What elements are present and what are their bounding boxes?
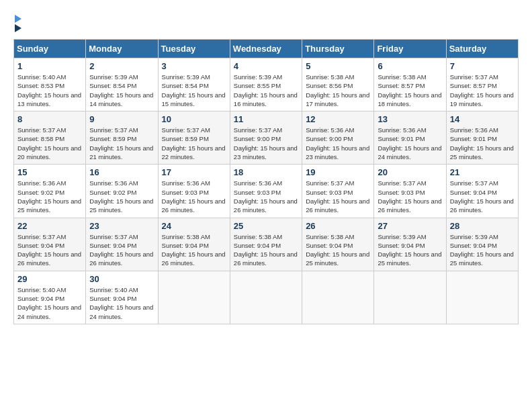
calendar-cell: 8 Sunrise: 5:37 AMSunset: 8:58 PMDayligh… — [14, 111, 86, 165]
day-number: 18 — [234, 167, 298, 177]
calendar-cell: 24 Sunrise: 5:38 AMSunset: 9:04 PMDaylig… — [158, 218, 230, 271]
calendar-cell: 25 Sunrise: 5:38 AMSunset: 9:04 PMDaylig… — [230, 218, 302, 271]
calendar-cell: 12 Sunrise: 5:36 AMSunset: 9:00 PMDaylig… — [302, 111, 374, 165]
day-number: 11 — [234, 114, 298, 124]
cell-content: Sunrise: 5:38 AMSunset: 9:04 PMDaylight:… — [234, 232, 298, 268]
calendar-cell: 17 Sunrise: 5:36 AMSunset: 9:03 PMDaylig… — [158, 165, 230, 218]
day-number: 17 — [162, 167, 226, 177]
cell-content: Sunrise: 5:39 AMSunset: 8:54 PMDaylight:… — [162, 73, 226, 108]
calendar-week-row: 15 Sunrise: 5:36 AMSunset: 9:02 PMDaylig… — [14, 165, 519, 218]
cell-content: Sunrise: 5:37 AMSunset: 9:03 PMDaylight:… — [306, 179, 370, 214]
calendar-cell: 30 Sunrise: 5:40 AMSunset: 9:04 PMDaylig… — [86, 271, 158, 324]
cell-content: Sunrise: 5:40 AMSunset: 8:53 PMDaylight:… — [17, 73, 82, 108]
calendar-week-row: 1 Sunrise: 5:40 AMSunset: 8:53 PMDayligh… — [14, 58, 519, 111]
day-number: 16 — [89, 167, 154, 177]
cell-content: Sunrise: 5:39 AMSunset: 9:04 PMDaylight:… — [378, 232, 442, 268]
cell-content: Sunrise: 5:39 AMSunset: 8:54 PMDaylight:… — [89, 73, 154, 108]
day-header-tuesday: Tuesday — [158, 40, 230, 58]
day-number: 27 — [378, 221, 442, 231]
calendar-cell: 27 Sunrise: 5:39 AMSunset: 9:04 PMDaylig… — [374, 218, 446, 271]
cell-content: Sunrise: 5:37 AMSunset: 8:59 PMDaylight:… — [162, 126, 226, 161]
calendar-table: SundayMondayTuesdayWednesdayThursdayFrid… — [13, 39, 519, 324]
day-number: 5 — [306, 61, 370, 71]
calendar-cell — [230, 271, 302, 324]
day-number: 12 — [306, 114, 370, 124]
day-number: 1 — [17, 61, 82, 71]
day-header-monday: Monday — [86, 40, 158, 58]
calendar-cell: 2 Sunrise: 5:39 AMSunset: 8:54 PMDayligh… — [86, 58, 158, 111]
cell-content: Sunrise: 5:37 AMSunset: 8:57 PMDaylight:… — [450, 73, 515, 108]
calendar-cell: 26 Sunrise: 5:38 AMSunset: 9:04 PMDaylig… — [302, 218, 374, 271]
day-number: 2 — [89, 61, 154, 71]
page-header — [13, 13, 519, 32]
calendar-cell: 5 Sunrise: 5:38 AMSunset: 8:56 PMDayligh… — [302, 58, 374, 111]
day-header-wednesday: Wednesday — [230, 40, 302, 58]
day-number: 25 — [234, 221, 298, 231]
cell-content: Sunrise: 5:39 AMSunset: 8:55 PMDaylight:… — [234, 73, 298, 108]
day-number: 24 — [162, 221, 226, 231]
calendar-cell: 29 Sunrise: 5:40 AMSunset: 9:04 PMDaylig… — [14, 271, 86, 324]
cell-content: Sunrise: 5:36 AMSunset: 9:02 PMDaylight:… — [89, 179, 154, 214]
cell-content: Sunrise: 5:36 AMSunset: 9:03 PMDaylight:… — [162, 179, 226, 214]
day-number: 29 — [17, 274, 82, 284]
logo-arrow-icon — [15, 15, 21, 23]
cell-content: Sunrise: 5:37 AMSunset: 8:59 PMDaylight:… — [89, 126, 154, 161]
calendar-cell: 19 Sunrise: 5:37 AMSunset: 9:03 PMDaylig… — [302, 165, 374, 218]
cell-content: Sunrise: 5:37 AMSunset: 8:58 PMDaylight:… — [17, 126, 82, 161]
cell-content: Sunrise: 5:38 AMSunset: 9:04 PMDaylight:… — [162, 232, 226, 268]
cell-content: Sunrise: 5:36 AMSunset: 9:00 PMDaylight:… — [306, 126, 370, 161]
calendar-cell: 21 Sunrise: 5:37 AMSunset: 9:04 PMDaylig… — [446, 165, 518, 218]
calendar-cell: 7 Sunrise: 5:37 AMSunset: 8:57 PMDayligh… — [446, 58, 518, 111]
calendar-cell: 23 Sunrise: 5:37 AMSunset: 9:04 PMDaylig… — [86, 218, 158, 271]
cell-content: Sunrise: 5:37 AMSunset: 9:03 PMDaylight:… — [378, 179, 442, 214]
cell-content: Sunrise: 5:40 AMSunset: 9:04 PMDaylight:… — [17, 285, 82, 321]
cell-content: Sunrise: 5:38 AMSunset: 8:56 PMDaylight:… — [306, 73, 370, 108]
day-number: 9 — [89, 114, 154, 124]
calendar-cell — [374, 271, 446, 324]
calendar-cell — [302, 271, 374, 324]
calendar-week-row: 29 Sunrise: 5:40 AMSunset: 9:04 PMDaylig… — [14, 271, 519, 324]
calendar-cell: 11 Sunrise: 5:37 AMSunset: 9:00 PMDaylig… — [230, 111, 302, 165]
cell-content: Sunrise: 5:38 AMSunset: 8:57 PMDaylight:… — [378, 73, 442, 108]
day-number: 21 — [450, 167, 515, 177]
cell-content: Sunrise: 5:37 AMSunset: 9:00 PMDaylight:… — [234, 126, 298, 161]
day-number: 6 — [378, 61, 442, 71]
day-header-thursday: Thursday — [302, 40, 374, 58]
day-number: 30 — [89, 274, 154, 284]
calendar-header-row: SundayMondayTuesdayWednesdayThursdayFrid… — [14, 40, 519, 58]
cell-content: Sunrise: 5:39 AMSunset: 9:04 PMDaylight:… — [450, 232, 515, 268]
day-number: 13 — [378, 114, 442, 124]
calendar-cell: 1 Sunrise: 5:40 AMSunset: 8:53 PMDayligh… — [14, 58, 86, 111]
day-number: 4 — [234, 61, 298, 71]
cell-content: Sunrise: 5:36 AMSunset: 9:02 PMDaylight:… — [17, 179, 82, 214]
cell-content: Sunrise: 5:36 AMSunset: 9:03 PMDaylight:… — [234, 179, 298, 214]
calendar-cell: 9 Sunrise: 5:37 AMSunset: 8:59 PMDayligh… — [86, 111, 158, 165]
day-header-friday: Friday — [374, 40, 446, 58]
cell-content: Sunrise: 5:36 AMSunset: 9:01 PMDaylight:… — [378, 126, 442, 161]
day-number: 20 — [378, 167, 442, 177]
calendar-cell: 14 Sunrise: 5:36 AMSunset: 9:01 PMDaylig… — [446, 111, 518, 165]
day-number: 19 — [306, 167, 370, 177]
day-number: 28 — [450, 221, 515, 231]
calendar-cell: 16 Sunrise: 5:36 AMSunset: 9:02 PMDaylig… — [86, 165, 158, 218]
day-number: 3 — [162, 61, 226, 71]
cell-content: Sunrise: 5:36 AMSunset: 9:01 PMDaylight:… — [450, 126, 515, 161]
calendar-body: 1 Sunrise: 5:40 AMSunset: 8:53 PMDayligh… — [14, 58, 519, 324]
calendar-cell: 13 Sunrise: 5:36 AMSunset: 9:01 PMDaylig… — [374, 111, 446, 165]
cell-content: Sunrise: 5:37 AMSunset: 9:04 PMDaylight:… — [17, 232, 82, 268]
logo-arrow2-icon — [15, 24, 21, 32]
calendar-cell — [446, 271, 518, 324]
cell-content: Sunrise: 5:38 AMSunset: 9:04 PMDaylight:… — [306, 232, 370, 268]
calendar-cell: 3 Sunrise: 5:39 AMSunset: 8:54 PMDayligh… — [158, 58, 230, 111]
calendar-cell: 6 Sunrise: 5:38 AMSunset: 8:57 PMDayligh… — [374, 58, 446, 111]
calendar-cell — [158, 271, 230, 324]
day-number: 8 — [17, 114, 82, 124]
day-number: 15 — [17, 167, 82, 177]
calendar-week-row: 22 Sunrise: 5:37 AMSunset: 9:04 PMDaylig… — [14, 218, 519, 271]
calendar-cell: 10 Sunrise: 5:37 AMSunset: 8:59 PMDaylig… — [158, 111, 230, 165]
calendar-cell: 15 Sunrise: 5:36 AMSunset: 9:02 PMDaylig… — [14, 165, 86, 218]
cell-content: Sunrise: 5:40 AMSunset: 9:04 PMDaylight:… — [89, 285, 154, 321]
calendar-cell: 20 Sunrise: 5:37 AMSunset: 9:03 PMDaylig… — [374, 165, 446, 218]
calendar-cell: 18 Sunrise: 5:36 AMSunset: 9:03 PMDaylig… — [230, 165, 302, 218]
day-header-sunday: Sunday — [14, 40, 86, 58]
